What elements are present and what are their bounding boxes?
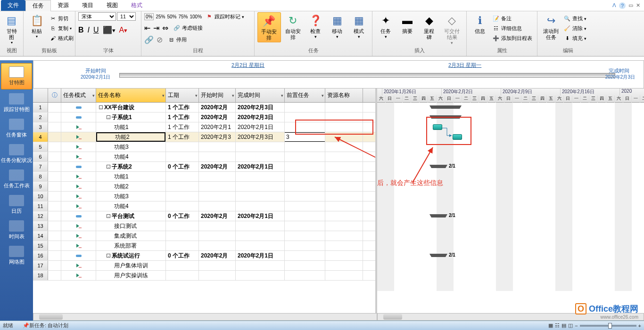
view-shortcut-4[interactable]: ◫ <box>568 322 573 329</box>
info-button[interactable]: ℹ信息 <box>470 12 490 47</box>
bold-button[interactable]: B <box>78 26 84 34</box>
task-row[interactable]: 5功能3 <box>33 142 375 152</box>
view-shortcut-3[interactable]: ▤ <box>561 322 566 329</box>
close-icon[interactable]: ✕ <box>636 2 640 9</box>
notes-button[interactable]: 📝备注 <box>490 14 534 23</box>
track-mark-button[interactable]: ⚑跟踪时标记▾ <box>204 12 246 21</box>
restore-icon[interactable]: ▭ <box>628 2 633 9</box>
side-6[interactable]: 时间表 <box>0 217 33 243</box>
col-pred[interactable]: 前置任务▾ <box>285 89 325 102</box>
unlink-button[interactable]: ⊘ <box>157 35 163 44</box>
bgcolor-button[interactable]: ⬛▾ <box>103 25 116 34</box>
side-1[interactable]: 跟踪甘特图 <box>0 90 33 116</box>
auto-schedule-button[interactable]: ↻自动安排 <box>282 12 305 41</box>
respect-links-button[interactable]: 🔗考虑链接 <box>171 24 205 32</box>
task-row[interactable]: 15系统部署 <box>33 241 375 251</box>
format-painter-button[interactable]: 🖌格式刷 <box>47 34 75 42</box>
task-row[interactable]: 14集成测试 <box>33 231 375 241</box>
tab-file[interactable]: 文件 <box>1 0 25 11</box>
clear-button[interactable]: 🧹清除▾ <box>561 24 588 32</box>
tab-view[interactable]: 视图 <box>100 0 124 11</box>
outdent-button[interactable]: ⇤ <box>144 24 150 32</box>
gantt-body[interactable]: 2/1 2/1 2/1 <box>377 103 644 291</box>
font-size-select[interactable]: 11 <box>117 12 136 21</box>
grid-hscroll[interactable] <box>33 313 377 321</box>
add-timeline-button[interactable]: ➕添加到日程表 <box>490 34 534 42</box>
pct-0-button[interactable]: 0% <box>144 13 154 20</box>
fill-button[interactable]: ⬇填充▾ <box>561 34 588 42</box>
tab-resource[interactable]: 资源 <box>51 0 75 11</box>
insert-milestone-button[interactable]: ◆里程碑 <box>419 12 439 41</box>
tab-format[interactable]: 格式 <box>124 0 149 11</box>
indent-button[interactable]: ⇥ <box>153 24 159 32</box>
zoom-slider[interactable] <box>580 325 636 327</box>
col-res[interactable]: 资源名称 <box>325 89 363 102</box>
task-row[interactable]: 7-子系统20 个工作2020年2月2020年2月1日 <box>33 162 375 172</box>
insert-deliverable-button[interactable]: ◇可交付结果▾ <box>440 12 463 47</box>
task-row[interactable]: 8功能1 <box>33 172 375 182</box>
side-3[interactable]: 任务分配状况 <box>0 141 33 167</box>
gantt-view-button[interactable]: ▤甘特图▾ <box>3 12 20 46</box>
help-icon[interactable]: ? <box>619 2 626 9</box>
find-button[interactable]: 🔍查找▾ <box>561 14 588 23</box>
col-start[interactable]: 开始时间▾ <box>199 89 236 102</box>
task-row[interactable]: 1-XX平台建设1 个工作2020年2月2020年2月3日 <box>33 103 375 113</box>
col-name[interactable]: 任务名称▾ <box>96 89 166 102</box>
task-row[interactable]: 12-平台测试0 个工作2020年2月2020年2月1日 <box>33 211 375 221</box>
pct-75-button[interactable]: 75% <box>178 14 188 19</box>
task-row[interactable]: 17用户集体培训 <box>33 261 375 271</box>
details-button[interactable]: ☷详细信息 <box>490 24 534 32</box>
task-row[interactable]: 9功能2 <box>33 182 375 192</box>
side-2[interactable]: 任务窗体 <box>0 116 33 141</box>
task-row[interactable]: 18用户实操训练 <box>33 271 375 281</box>
view-shortcut-1[interactable]: ▦ <box>548 322 553 329</box>
cut-button[interactable]: ✂剪切 <box>47 14 75 23</box>
task-row[interactable]: 6功能4 <box>33 152 375 162</box>
disable-button[interactable]: ⊟停用 <box>165 36 189 44</box>
inspect-button[interactable]: ❓检查▾ <box>305 12 326 40</box>
paste-button[interactable]: 📋粘贴▾ <box>26 12 47 47</box>
minimize-ribbon-icon[interactable]: ᐱ <box>612 2 616 9</box>
insert-task-button[interactable]: ✦任务▾ <box>375 12 396 40</box>
task-row[interactable]: 16-系统试运行0 个工作2020年2月2020年2月1日 <box>33 251 375 261</box>
side-7[interactable]: 网络图 <box>0 243 33 268</box>
status-newtask: 新任务: 自动计划 <box>29 322 68 329</box>
mode-button[interactable]: ▦模式▾ <box>348 12 369 40</box>
view-shortcut-2[interactable]: ☷ <box>555 322 560 329</box>
task-row[interactable]: 11功能4 <box>33 201 375 211</box>
side-5[interactable]: 日历 <box>0 192 33 217</box>
zoom-out-button[interactable]: − <box>575 323 578 329</box>
side-4[interactable]: 任务工作表 <box>0 167 33 192</box>
copy-button[interactable]: ⎘复制▾ <box>47 24 75 32</box>
fontcolor-button[interactable]: A▾ <box>119 26 128 34</box>
pct-25-button[interactable]: 25% <box>156 14 165 19</box>
insert-summary-button[interactable]: ▬摘要 <box>397 12 418 35</box>
underline-button[interactable]: U <box>93 26 99 34</box>
col-mode[interactable]: 任务模式▾ <box>61 89 96 102</box>
link-button[interactable]: 🔗 <box>144 35 154 44</box>
side-0[interactable]: 甘特图 <box>1 63 32 89</box>
zoom-in-button[interactable]: + <box>638 323 641 329</box>
tab-project[interactable]: 项目 <box>75 0 100 11</box>
move-button[interactable]: ▦移动▾ <box>327 12 347 40</box>
gantt-bar-summary-12[interactable] <box>431 214 446 217</box>
gantt-bar-summary-7[interactable] <box>431 165 446 168</box>
status-ready: 就绪 <box>3 322 13 329</box>
tab-task[interactable]: 任务 <box>25 0 51 11</box>
font-name-select[interactable]: 宋体 <box>78 12 116 21</box>
split-button[interactable]: ⇔ <box>162 24 168 32</box>
manual-schedule-button[interactable]: 📌手动安排 <box>257 12 281 42</box>
task-row[interactable]: 13接口测试 <box>33 221 375 231</box>
col-duration[interactable]: 工期▾ <box>166 89 199 102</box>
pct-100-button[interactable]: 100% <box>190 14 202 19</box>
gantt-bar-summary-1[interactable] <box>431 105 460 109</box>
timeline-track[interactable] <box>119 73 615 78</box>
task-row[interactable]: 10功能3 <box>33 192 375 201</box>
col-info[interactable]: ⓘ <box>48 89 61 102</box>
pct-50-button[interactable]: 50% <box>167 14 176 19</box>
scroll-to-task-button[interactable]: ↪滚动到 任务 <box>540 12 561 47</box>
timeline-panel: 2月2日 星期日 2月3日 星期一 开始时间 2020年2月1日 完成时间 20… <box>33 60 644 89</box>
gantt-bar-summary-16[interactable] <box>431 254 446 257</box>
italic-button[interactable]: I <box>88 26 90 34</box>
col-finish[interactable]: 完成时间▾ <box>236 89 285 102</box>
